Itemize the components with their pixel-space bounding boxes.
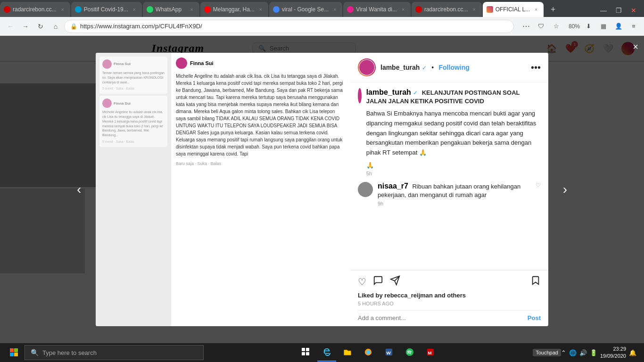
save-button[interactable] <box>530 275 541 288</box>
post-main-column: Finna Sui Michelle Angeline itu adalah a… <box>171 53 350 326</box>
following-button[interactable]: Following <box>439 64 470 71</box>
more-options-button[interactable]: ••• <box>531 62 541 73</box>
profile-button[interactable]: 👤 <box>612 20 625 33</box>
tab-favicon <box>487 6 493 13</box>
volume-icon[interactable]: 🔊 <box>579 349 587 356</box>
svg-rect-7 <box>306 348 309 351</box>
url-text: https://www.instagram.com/p/CFUL4fFnX9D/ <box>80 23 508 30</box>
tab-label: Melanggar, Ha... <box>213 6 255 13</box>
svg-point-11 <box>366 350 371 354</box>
sidebar-button[interactable]: ▦ <box>597 20 610 33</box>
back-button[interactable]: ← <box>4 20 17 33</box>
caption-item: lambe_turah ✓ KELANJUTAN POSTINGAN SOAL … <box>358 88 541 176</box>
spotify-app[interactable] <box>400 344 419 362</box>
taskbar: 🔍 Type here to search <box>0 343 644 362</box>
date-display: 19/09/2020 <box>600 353 626 360</box>
restore-button[interactable]: ❐ <box>612 4 625 17</box>
download-button[interactable]: ⬇ <box>582 20 595 33</box>
post-left-column: Finna Sui Teman teman semua yang baca po… <box>96 53 171 326</box>
tab-close[interactable]: × <box>532 6 540 13</box>
modal-close-button[interactable]: × <box>633 41 638 52</box>
comment-content: nisaa_r7 Ribuan bahkan jutaan orang kehi… <box>378 182 531 206</box>
modal-next-button[interactable]: › <box>563 182 567 197</box>
taskview-button[interactable] <box>297 344 315 362</box>
battery-icon[interactable]: 🔋 <box>590 349 597 356</box>
modal-overlay[interactable]: × ‹ › Finna <box>0 36 644 343</box>
other-app[interactable]: M <box>421 344 440 362</box>
tab-close[interactable]: × <box>59 6 66 13</box>
post-modal: Finna Sui Teman teman semua yang baca po… <box>96 53 548 326</box>
tab-viral[interactable]: Viral Wanita di... × <box>343 2 411 17</box>
post-timestamp: 5 HOURS AGO <box>358 301 541 306</box>
tab-close[interactable]: × <box>131 6 138 13</box>
post-username[interactable]: lambe_turah <box>380 64 420 71</box>
new-tab-button[interactable]: + <box>545 2 561 17</box>
shield-button[interactable]: 🛡 <box>535 20 548 33</box>
taskbar-right: ⌃ 🌐 🔊 🔋 23:29 19/09/2020 🔔 <box>561 346 640 360</box>
share-button[interactable] <box>390 275 400 288</box>
home-button[interactable]: ⌂ <box>49 20 62 33</box>
network-icon[interactable]: 🌐 <box>569 349 577 356</box>
like-button[interactable]: ♡ <box>358 276 366 288</box>
caption-content: lambe_turah ✓ KELANJUTAN POSTINGAN SOAL … <box>366 88 541 176</box>
tab-label: radarcirebon.cc... <box>13 6 57 13</box>
post-actions: ♡ <box>350 270 548 326</box>
clock[interactable]: 23:29 19/09/2020 <box>600 346 626 360</box>
modal-prev-button[interactable]: ‹ <box>77 182 81 197</box>
address-bar[interactable]: 🔒 https://www.instagram.com/p/CFUL4fFnX9… <box>64 20 514 33</box>
tab-favicon <box>415 6 422 13</box>
post-comment-button[interactable]: Post <box>528 314 541 321</box>
tab-radarcirebon2[interactable]: radarcirebon.cc... × <box>412 2 482 17</box>
tray-up-arrow[interactable]: ⌃ <box>561 349 566 356</box>
menu-button[interactable]: ≡ <box>627 20 640 33</box>
caption-body: Bahwa Si Embaknya hanya mencoba mencari … <box>366 109 541 158</box>
tab-close[interactable]: × <box>188 6 196 13</box>
svg-text:W: W <box>387 350 391 355</box>
notification-button[interactable]: 🔔 <box>629 349 636 356</box>
tab-instagram-active[interactable]: OFFICIAL L... × <box>483 2 544 17</box>
minimize-button[interactable]: — <box>597 4 610 17</box>
verified-icon: ✓ <box>422 65 427 71</box>
window-controls: — ❐ ✕ <box>597 4 644 17</box>
taskbar-search-box[interactable]: 🔍 Type here to search <box>25 345 204 360</box>
tab-google[interactable]: viral - Google Se... × <box>269 2 342 17</box>
tab-close[interactable]: × <box>399 6 407 13</box>
tab-close[interactable]: × <box>257 6 264 13</box>
reload-button[interactable]: ↻ <box>34 20 47 33</box>
edge-app[interactable] <box>317 344 336 362</box>
comment-button[interactable] <box>373 275 383 288</box>
tab-youtube[interactable]: Melanggar, Ha... × <box>200 2 268 17</box>
tab-whatsapp[interactable]: WhatsApp × <box>143 2 199 17</box>
comment-input[interactable] <box>358 314 524 321</box>
caption-username[interactable]: lambe_turah <box>366 88 411 96</box>
navigation-bar: ← → ↻ ⌂ 🔒 https://www.instagram.com/p/CF… <box>0 17 644 36</box>
tab-positif[interactable]: Positif Covid-19... × <box>71 2 142 17</box>
post-detail: lambe_turah ✓ • Following ••• <box>350 53 548 326</box>
start-button[interactable] <box>4 343 25 362</box>
separator: • <box>431 64 434 71</box>
lock-icon: 🔒 <box>70 23 77 30</box>
explorer-app[interactable] <box>338 344 357 362</box>
tab-favicon <box>273 6 280 13</box>
extensions-button[interactable]: ⋯ <box>520 20 533 33</box>
close-button[interactable]: ✕ <box>627 4 640 17</box>
post-user-avatar <box>358 58 376 76</box>
tab-label: Positif Covid-19... <box>84 6 128 13</box>
firefox-app[interactable] <box>359 344 378 362</box>
page-content: Instagram 🔍 🏠 ❤️ 1 🧭 🤍 <box>0 36 644 343</box>
tab-close[interactable]: × <box>331 6 339 13</box>
word-app[interactable]: W <box>380 344 398 362</box>
post-header: lambe_turah ✓ • Following ••• <box>350 53 548 82</box>
tab-radarcirebon1[interactable]: radarcirebon.cc... × <box>0 2 70 17</box>
time-display: 23:29 <box>600 346 626 353</box>
action-icons-row: ♡ <box>358 275 541 288</box>
tab-favicon <box>204 6 211 13</box>
comment-item: nisaa_r7 Ribuan bahkan jutaan orang kehi… <box>358 182 541 206</box>
tab-label: Viral Wanita di... <box>356 6 397 13</box>
forward-button[interactable]: → <box>19 20 32 33</box>
bookmark-button[interactable]: ☆ <box>550 20 563 33</box>
comment-like-icon[interactable]: ♡ <box>536 182 541 206</box>
comment-username[interactable]: nisaa_r7 <box>378 182 408 190</box>
tab-favicon <box>147 6 153 13</box>
tab-close[interactable]: × <box>471 6 478 13</box>
